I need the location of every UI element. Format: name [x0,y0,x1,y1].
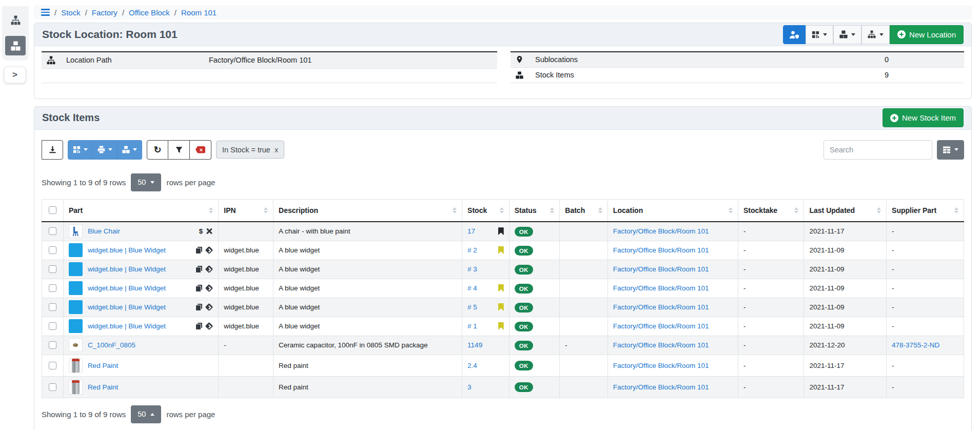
user-shield-icon [789,30,799,39]
location-link[interactable]: Factory/Office Block/Room 101 [613,362,709,369]
row-checkbox[interactable] [49,341,56,349]
stock-cell: # 2 [462,241,509,260]
stock-item-link[interactable]: # 4 [467,284,477,292]
location-link[interactable]: Factory/Office Block/Room 101 [613,284,709,292]
part-link[interactable]: Red Paint [88,362,118,369]
part-link[interactable]: widget.blue | Blue Widget [88,284,166,292]
supplier-part-cell: - [887,279,964,298]
location-link[interactable]: Factory/Office Block/Room 101 [613,303,709,311]
stock-options-dropdown-button[interactable] [117,140,142,160]
status-badge: OK [515,341,533,350]
sort-icon[interactable] [877,207,881,213]
refresh-button[interactable]: ↻ [147,140,168,160]
description-cell: A blue widget [273,260,462,279]
row-checkbox[interactable] [49,322,56,330]
column-header-part[interactable]: Part [63,199,218,222]
location-link[interactable]: Factory/Office Block/Room 101 [613,341,709,349]
supplier-part-link[interactable]: 478-3755-2-ND [892,341,939,349]
breadcrumb-separator: / [85,8,87,17]
new-stock-item-button[interactable]: New Stock Item [883,108,964,127]
new-location-button[interactable]: New Location [890,25,964,44]
column-header-description[interactable]: Description [273,199,462,222]
filter-button[interactable] [168,140,190,160]
sidebar-expand-button[interactable]: > [4,67,26,83]
barcode-dropdown-button[interactable] [68,140,93,160]
row-checkbox[interactable] [49,265,56,273]
row-select-cell [42,298,64,317]
sidebar-item-location-tree[interactable] [5,10,26,30]
search-input[interactable] [824,140,932,160]
sidebar-item-stock[interactable] [5,36,26,55]
column-header-supplier-part[interactable]: Supplier Part [887,199,964,222]
clear-filter-icon: × [195,146,205,153]
part-link[interactable]: Blue Chair [88,227,120,235]
column-header-last-updated[interactable]: Last Updated [804,199,887,222]
stock-item-link[interactable]: 17 [467,227,475,235]
barcode-actions-button[interactable] [806,25,833,44]
stock-actions-button[interactable] [833,25,861,44]
page-size-dropdown[interactable]: 50 [131,405,161,423]
row-checkbox[interactable] [49,362,56,369]
select-all-checkbox[interactable] [49,206,56,214]
sort-icon[interactable] [264,207,268,213]
part-link[interactable]: widget.blue | Blue Widget [88,265,166,273]
menu-icon[interactable] [41,9,50,16]
sort-icon[interactable] [954,207,958,213]
location-link[interactable]: Factory/Office Block/Room 101 [613,227,709,235]
part-link[interactable]: widget.blue | Blue Widget [88,246,166,254]
breadcrumb-link-factory[interactable]: Factory [92,8,117,17]
sort-icon[interactable] [209,207,213,213]
columns-dropdown-button[interactable] [937,140,964,160]
part-link[interactable]: widget.blue | Blue Widget [88,303,166,311]
chevron-down-icon [133,148,137,151]
admin-button[interactable] [783,25,806,44]
column-header-batch[interactable]: Batch [560,199,608,222]
column-header-stocktake[interactable]: Stocktake [738,199,804,222]
status-badge: OK [515,246,533,256]
row-checkbox[interactable] [49,284,56,292]
row-checkbox[interactable] [49,383,56,391]
sort-icon[interactable] [550,207,554,213]
part-cell: widget.blue | Blue Widget [63,298,218,317]
stock-item-link[interactable]: 3 [467,383,472,391]
location-link[interactable]: Factory/Office Block/Room 101 [613,246,709,254]
row-checkbox[interactable] [49,227,56,235]
status-cell: OK [509,241,560,260]
location-actions-button[interactable] [861,25,890,44]
sort-icon[interactable] [598,207,602,213]
stock-item-link[interactable]: # 5 [467,303,477,311]
breadcrumb-link-room-101[interactable]: Room 101 [181,8,217,17]
sort-icon[interactable] [729,207,733,213]
page-size-dropdown[interactable]: 50 [131,173,161,191]
remove-filters-button[interactable]: × [190,140,211,160]
print-dropdown-button[interactable] [93,140,117,160]
sort-icon[interactable] [794,207,798,213]
column-header-location[interactable]: Location [607,199,738,222]
location-link[interactable]: Factory/Office Block/Room 101 [613,265,709,273]
stock-item-link[interactable]: 2.4 [467,362,477,369]
breadcrumb-link-office-block[interactable]: Office Block [129,8,170,17]
column-header-stock[interactable]: Stock [462,199,509,222]
column-header-ipn[interactable]: IPN [219,199,273,222]
part-link[interactable]: widget.blue | Blue Widget [88,322,166,330]
stock-item-link[interactable]: # 3 [467,265,477,273]
stock-item-link[interactable]: # 1 [467,322,477,330]
sort-icon[interactable] [500,207,504,213]
row-checkbox[interactable] [49,246,56,254]
part-link[interactable]: Red Paint [88,383,118,391]
qrcode-icon [812,31,819,38]
location-link[interactable]: Factory/Office Block/Room 101 [613,322,709,330]
stock-item-link[interactable]: # 2 [467,246,477,254]
breadcrumb-link-stock[interactable]: Stock [61,8,81,17]
stock-item-link[interactable]: 1149 [467,341,482,349]
location-link[interactable]: Factory/Office Block/Room 101 [613,383,709,391]
sitemap-icon [42,52,63,68]
column-header-status[interactable]: Status [509,199,560,222]
filter-chip-close[interactable]: x [275,146,278,154]
copy-icon [195,304,202,311]
export-button[interactable] [42,140,63,160]
sort-icon[interactable] [453,207,457,213]
row-checkbox[interactable] [49,303,56,311]
ipn-cell: - [219,336,273,355]
part-link[interactable]: C_100nF_0805 [88,341,135,349]
